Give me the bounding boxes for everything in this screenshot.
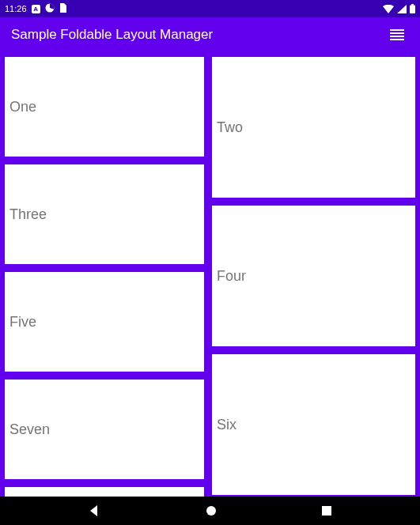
column-right: Two Four Six [212, 57, 415, 497]
card-label: Five [9, 314, 36, 330]
content-area[interactable]: One Three Five Seven Two Four Six [0, 52, 420, 497]
list-item[interactable]: Two [212, 57, 415, 198]
list-menu-button[interactable] [385, 25, 409, 45]
home-icon [205, 504, 218, 517]
wifi-icon [383, 5, 394, 13]
back-icon [88, 504, 100, 517]
card-label: Four [217, 268, 246, 285]
svg-point-7 [206, 506, 216, 516]
signal-icon [397, 5, 407, 13]
recent-icon [321, 505, 332, 516]
card-label: Seven [9, 421, 50, 438]
svg-rect-6 [390, 39, 404, 40]
screen: 11:26 A Sample Foldable Layout Manager [0, 0, 420, 525]
list-item[interactable]: Six [212, 354, 415, 495]
list-item[interactable]: Four [212, 206, 415, 346]
card-label: One [9, 99, 36, 115]
svg-rect-5 [390, 36, 404, 37]
list-item[interactable]: Five [5, 272, 204, 372]
status-left: 11:26 A [5, 3, 67, 14]
app-bar: Sample Foldable Layout Manager [0, 17, 420, 52]
column-left: One Three Five Seven [5, 57, 204, 497]
card-label: Three [9, 206, 47, 223]
list-item[interactable]: Seven [5, 380, 204, 479]
svg-rect-2 [411, 4, 414, 6]
nav-recent-button[interactable] [305, 500, 348, 521]
nav-back-button[interactable] [72, 500, 116, 522]
svg-rect-4 [390, 32, 404, 34]
list-icon [390, 29, 404, 40]
pie-icon [45, 3, 55, 14]
status-right [383, 4, 415, 13]
list-item[interactable] [5, 487, 204, 497]
card-label: Two [217, 119, 243, 136]
nav-home-button[interactable] [189, 500, 233, 522]
svg-rect-8 [322, 506, 331, 516]
card-label: Six [217, 417, 236, 433]
status-bar: 11:26 A [0, 0, 420, 17]
svg-rect-3 [390, 29, 404, 31]
svg-rect-1 [410, 6, 415, 14]
letter-a-icon: A [32, 5, 40, 13]
app-title: Sample Foldable Layout Manager [11, 27, 213, 43]
navigation-bar [0, 497, 420, 525]
list-item[interactable]: Three [5, 164, 204, 264]
doc-icon [59, 3, 67, 14]
battery-icon [410, 4, 415, 13]
columns: One Three Five Seven Two Four Six [0, 52, 420, 497]
list-item[interactable]: One [5, 57, 204, 157]
status-time: 11:26 [5, 4, 27, 13]
